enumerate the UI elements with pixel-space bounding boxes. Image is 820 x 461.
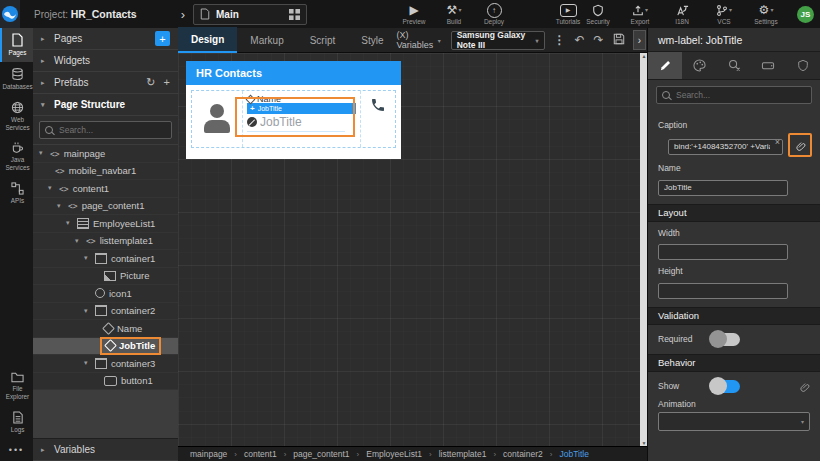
properties-search bbox=[648, 80, 820, 110]
wavemaker-logo[interactable] bbox=[0, 0, 20, 28]
page-selector[interactable]: Main bbox=[193, 4, 307, 25]
breadcrumb-content1[interactable]: content1 bbox=[244, 449, 277, 459]
rail-item-pages[interactable]: Pages bbox=[0, 28, 33, 62]
kebab-menu-icon[interactable]: ⋮ bbox=[554, 34, 566, 46]
tree-item-listtemplate1[interactable]: listtemplate1 bbox=[33, 233, 178, 251]
section-page-structure[interactable]: Page Structure bbox=[33, 94, 178, 116]
code-icon bbox=[68, 200, 78, 211]
design-canvas[interactable]: HR Contacts Name + JobTitle bbox=[178, 53, 648, 446]
name-input[interactable] bbox=[658, 180, 788, 196]
tree-item-employeelist1[interactable]: EmployeeList1 bbox=[33, 215, 178, 233]
user-avatar[interactable]: JS bbox=[797, 6, 814, 23]
export-button[interactable]: ▾ Export bbox=[625, 4, 655, 25]
required-toggle[interactable] bbox=[710, 333, 740, 346]
tree-item-name[interactable]: Name bbox=[33, 320, 178, 338]
tab-conditions[interactable] bbox=[717, 52, 751, 79]
project-actions: Security ▾ Export I18N ▾ VC bbox=[583, 4, 814, 25]
employee-list-item[interactable]: Name + JobTitle JobTitle bbox=[191, 90, 396, 148]
tree-item-content1[interactable]: content1 bbox=[33, 180, 178, 198]
section-variables[interactable]: Variables bbox=[33, 438, 178, 461]
width-input[interactable] bbox=[658, 244, 788, 260]
text-cell[interactable]: Name + JobTitle JobTitle bbox=[243, 91, 360, 147]
tutorials-button[interactable]: ▶ Tutorials bbox=[553, 4, 583, 25]
center-workspace: Design Markup Script Style (X) Variables… bbox=[178, 28, 648, 461]
breadcrumb-employeelist1[interactable]: EmployeeList1 bbox=[366, 449, 422, 459]
section-pages[interactable]: Pages + bbox=[33, 28, 178, 50]
grid-icon[interactable] bbox=[289, 9, 300, 20]
rail-item-file-explorer[interactable]: File Explorer bbox=[0, 366, 33, 406]
jobtitle-label-widget[interactable]: JobTitle bbox=[247, 115, 345, 132]
jobtitle-drop-indicator[interactable]: + JobTitle bbox=[247, 103, 356, 114]
caption-bind-button[interactable] bbox=[788, 133, 812, 157]
device-selector[interactable]: Samsung Galaxy Note III ▾ bbox=[451, 31, 545, 50]
settings-button[interactable]: ⚙▾ Settings bbox=[751, 4, 781, 25]
breadcrumb-container2[interactable]: container2 bbox=[503, 449, 543, 459]
deploy-button[interactable]: ↑ Deploy bbox=[479, 4, 509, 25]
structure-search-input[interactable] bbox=[57, 124, 166, 136]
breadcrumb-jobtitle[interactable]: JobTitle bbox=[559, 449, 588, 459]
tab-styles[interactable] bbox=[682, 52, 716, 79]
rail-item-logs[interactable]: Logs bbox=[0, 406, 33, 439]
panel-collapse-button[interactable]: › bbox=[633, 30, 646, 50]
show-toggle[interactable] bbox=[710, 380, 740, 393]
device-icon bbox=[761, 59, 775, 72]
clear-icon[interactable]: × bbox=[775, 137, 780, 147]
tree-item-page-content1[interactable]: page_content1 bbox=[33, 198, 178, 216]
tree-item-jobtitle[interactable]: JobTitle bbox=[33, 338, 178, 356]
container-icon bbox=[95, 358, 107, 369]
section-prefabs[interactable]: Prefabs ↻ + bbox=[33, 72, 178, 94]
tab-security[interactable] bbox=[786, 52, 820, 79]
tab-style[interactable]: Style bbox=[348, 28, 396, 52]
breadcrumb-listtemplate1[interactable]: listtemplate1 bbox=[439, 449, 487, 459]
tab-markup[interactable]: Markup bbox=[237, 28, 296, 52]
height-input[interactable] bbox=[658, 283, 788, 299]
show-bind-button[interactable] bbox=[799, 381, 810, 392]
tab-script[interactable]: Script bbox=[297, 28, 349, 52]
breadcrumb-page-content1[interactable]: page_content1 bbox=[293, 449, 349, 459]
section-widgets[interactable]: Widgets bbox=[33, 50, 178, 72]
i18n-button[interactable]: I18N bbox=[667, 4, 697, 25]
scroll-down-icon[interactable]: ▼ bbox=[642, 440, 647, 446]
security-button[interactable]: Security bbox=[583, 4, 613, 25]
variables-dropdown[interactable]: (X) Variables ▾ bbox=[397, 30, 441, 50]
tab-device[interactable] bbox=[751, 52, 785, 79]
tree-item-button1[interactable]: button1 bbox=[33, 373, 178, 391]
rail-item-databases[interactable]: Databases bbox=[0, 62, 33, 96]
add-page-button[interactable]: + bbox=[155, 31, 170, 46]
tree-item-container1[interactable]: container1 bbox=[33, 250, 178, 268]
section-behavior: Behavior bbox=[648, 354, 820, 372]
vcs-button[interactable]: ▾ VCS bbox=[709, 4, 739, 25]
save-icon[interactable] bbox=[613, 33, 625, 47]
properties-search-input[interactable] bbox=[674, 89, 806, 101]
tree-item-icon1[interactable]: icon1 bbox=[33, 285, 178, 303]
picture-cell[interactable] bbox=[192, 91, 243, 147]
add-prefab-button[interactable]: + bbox=[164, 76, 170, 89]
tree-item-mainpage[interactable]: mainpage bbox=[33, 145, 178, 163]
caption-input[interactable] bbox=[668, 139, 783, 155]
redo-icon[interactable]: ↷ bbox=[594, 34, 604, 46]
tree-item-mobile-navbar1[interactable]: mobile_navbar1 bbox=[33, 163, 178, 181]
refresh-icon[interactable]: ↻ bbox=[146, 76, 155, 89]
database-icon bbox=[11, 67, 24, 81]
scroll-up-icon[interactable]: ▲ bbox=[642, 53, 647, 59]
tab-properties[interactable] bbox=[648, 52, 682, 79]
animation-select[interactable]: ▾ bbox=[658, 412, 810, 431]
tree-item-container3[interactable]: container3 bbox=[33, 355, 178, 373]
breadcrumb-mainpage[interactable]: mainpage bbox=[190, 449, 227, 459]
rail-item-apis[interactable]: APIs bbox=[0, 177, 33, 210]
build-button[interactable]: ⚒▾ Build bbox=[439, 4, 469, 25]
preview-button[interactable]: ▶ Preview bbox=[399, 4, 429, 25]
undo-icon[interactable]: ↶ bbox=[575, 34, 585, 46]
phone-cell[interactable] bbox=[360, 91, 395, 147]
rail-item-java-services[interactable]: Java Services bbox=[0, 136, 33, 177]
animation-label: Animation bbox=[658, 399, 810, 409]
more-icon[interactable]: ••• bbox=[0, 439, 33, 461]
chevron-right-icon bbox=[41, 446, 48, 454]
rail-item-web-services[interactable]: Web Services bbox=[0, 96, 33, 137]
tree-item-picture[interactable]: Picture bbox=[33, 268, 178, 286]
tree-item-container2[interactable]: container2 bbox=[33, 303, 178, 321]
list-icon bbox=[77, 218, 89, 229]
tab-design[interactable]: Design bbox=[178, 27, 237, 53]
left-rail: Pages Databases Web Services Java Servic… bbox=[0, 28, 33, 461]
gear-icon: ⚙▾ bbox=[759, 4, 774, 17]
